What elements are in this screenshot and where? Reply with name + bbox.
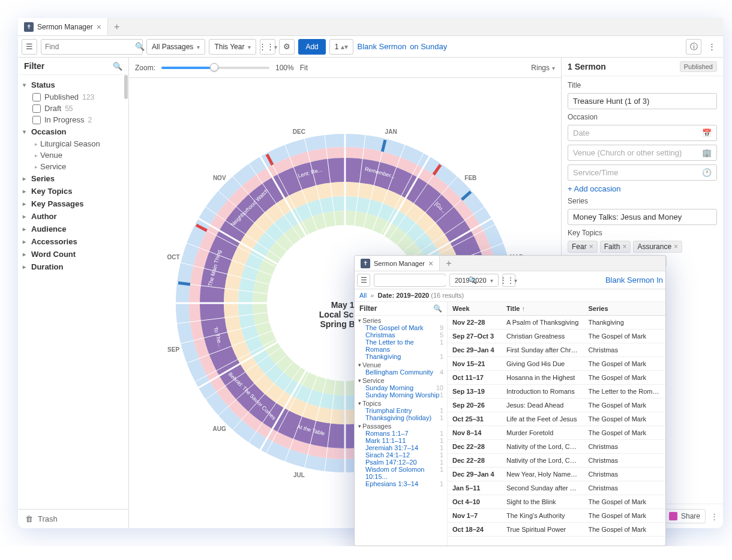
info-button[interactable]: ⓘ bbox=[686, 39, 701, 55]
topic-tag[interactable]: Fear× bbox=[568, 241, 598, 253]
share-button[interactable]: Share bbox=[664, 509, 706, 523]
table-row[interactable]: Nov 15–21Giving God His DueThe Gospel of… bbox=[448, 357, 665, 371]
filter-group[interactable]: ▸Duration bbox=[23, 260, 124, 273]
filter-group[interactable]: ▸Audience bbox=[23, 223, 124, 235]
date-field[interactable]: Date📅 bbox=[568, 125, 717, 141]
scrollbar-thumb[interactable] bbox=[124, 75, 128, 99]
popup-filter-item[interactable]: Mark 11:1–111 bbox=[358, 437, 443, 444]
popup-filter-item[interactable]: Jeremiah 31:7–141 bbox=[358, 444, 443, 451]
service-field[interactable]: Service/Time🕐 bbox=[568, 164, 717, 181]
table-row[interactable]: Oct 11–17Hosanna in the HighestThe Gospe… bbox=[448, 371, 665, 385]
menu-button[interactable]: ☰ bbox=[22, 39, 37, 55]
occasion-header[interactable]: ▾Occasion bbox=[23, 125, 124, 138]
search-icon[interactable]: 🔍 bbox=[113, 62, 122, 71]
remove-tag-icon[interactable]: × bbox=[674, 242, 678, 251]
popup-tab[interactable]: ✝ Sermon Manager × bbox=[355, 256, 440, 271]
search-icon[interactable]: 🔍 bbox=[433, 304, 442, 313]
calendar-icon[interactable]: 📅 bbox=[702, 128, 712, 137]
new-tab-button[interactable]: + bbox=[108, 22, 125, 32]
status-header[interactable]: ▾Status bbox=[23, 79, 124, 91]
find-text[interactable] bbox=[45, 43, 135, 51]
popup-filter-item[interactable]: Triumphal Entry1 bbox=[358, 407, 443, 414]
checkbox[interactable] bbox=[32, 93, 41, 101]
popup-filter-item[interactable]: Wisdom of Solomon 10:15...1 bbox=[358, 466, 443, 480]
popup-filter-group[interactable]: ▾ Topics bbox=[358, 400, 443, 407]
col-title[interactable]: Title ↑ bbox=[502, 302, 583, 316]
remove-tag-icon[interactable]: × bbox=[589, 242, 593, 251]
passages-dropdown[interactable]: All Passages bbox=[146, 39, 205, 55]
col-week[interactable]: Week bbox=[448, 302, 502, 316]
series-field[interactable]: Money Talks: Jesus and Money bbox=[568, 209, 717, 225]
table-row[interactable]: Dec 29–Jan 4First Sunday after Christm..… bbox=[448, 343, 665, 357]
popup-filter-item[interactable]: Sunday Morning10 bbox=[358, 384, 443, 391]
popup-filter-item[interactable]: Bellingham Community4 bbox=[358, 369, 443, 376]
table-row[interactable]: Sep 20–26Jesus: Dead AheadThe Gospel of … bbox=[448, 399, 665, 412]
table-row[interactable]: Nov 8–14Murder ForetoldThe Gospel of Mar… bbox=[448, 426, 665, 440]
blank-sermon-link[interactable]: Blank Sermon bbox=[357, 42, 406, 51]
popup-filter-item[interactable]: Sirach 24:1–121 bbox=[358, 451, 443, 459]
popup-filter-item[interactable]: Ephesians 1:3–141 bbox=[358, 480, 443, 487]
kebab-button[interactable]: ⋮ bbox=[704, 39, 719, 55]
status-item[interactable]: In Progress2 bbox=[32, 114, 124, 125]
add-count[interactable]: 1▴▾ bbox=[329, 39, 354, 55]
popup-find[interactable]: 🔍 bbox=[374, 274, 446, 287]
trash-button[interactable]: 🗑 Trash bbox=[18, 509, 128, 528]
close-icon[interactable]: × bbox=[428, 259, 433, 268]
filter-group[interactable]: ▸Series bbox=[23, 172, 124, 185]
occasion-item[interactable]: ▸Venue bbox=[32, 149, 124, 161]
table-row[interactable]: Dec 22–28Nativity of the Lord, Chris...C… bbox=[448, 440, 665, 454]
crumb-all[interactable]: All bbox=[359, 292, 367, 299]
table-row[interactable]: Nov 1–7The King's AuthorityThe Gospel of… bbox=[448, 509, 665, 523]
popup-filter-group[interactable]: ▾ Passages bbox=[358, 423, 443, 430]
popup-table[interactable]: Week Title ↑ Series Nov 22–28A Psalm of … bbox=[448, 302, 665, 546]
table-row[interactable]: Oct 25–31Life at the Feet of JesusThe Go… bbox=[448, 412, 665, 426]
popup-filter-item[interactable]: Thanksgiving (holiday)1 bbox=[358, 414, 443, 421]
table-row[interactable]: Dec 22–28Nativity of the Lord, Chris...C… bbox=[448, 454, 665, 468]
zoom-fit[interactable]: Fit bbox=[300, 64, 308, 72]
title-field[interactable]: Treasure Hunt (1 of 3) bbox=[568, 93, 717, 109]
popup-filter-group[interactable]: ▾ Venue bbox=[358, 361, 443, 369]
filter-group[interactable]: ▸Accessories bbox=[23, 235, 124, 248]
remove-tag-icon[interactable]: × bbox=[622, 242, 626, 251]
status-item[interactable]: Draft55 bbox=[32, 103, 124, 114]
checkbox[interactable] bbox=[32, 104, 41, 113]
table-row[interactable]: Dec 29–Jan 4New Year, Holy Name of J...C… bbox=[448, 468, 665, 481]
slider-thumb[interactable] bbox=[210, 63, 218, 71]
checkbox[interactable] bbox=[32, 116, 41, 124]
tab-sermon-manager[interactable]: ✝ Sermon Manager × bbox=[18, 18, 108, 35]
status-item[interactable]: Published123 bbox=[32, 91, 124, 103]
popup-menu-button[interactable]: ☰ bbox=[357, 274, 370, 287]
add-button[interactable]: Add bbox=[298, 39, 325, 55]
occasion-item[interactable]: ▸Service bbox=[32, 161, 124, 172]
filter-group[interactable]: ▸Key Topics bbox=[23, 185, 124, 197]
popup-blank-sermon[interactable]: Blank Sermon In bbox=[605, 275, 663, 285]
table-row[interactable]: Jan 5–11Second Sunday after Chri...Chris… bbox=[448, 481, 665, 495]
building-icon[interactable]: 🏢 bbox=[702, 148, 712, 157]
popup-grid-button[interactable]: ⋮⋮ bbox=[502, 274, 515, 287]
rings-dropdown[interactable]: Rings bbox=[531, 64, 555, 72]
venue-field[interactable]: Venue (Church or other setting)🏢 bbox=[568, 145, 717, 161]
occasion-item[interactable]: ▸Liturgical Season bbox=[32, 138, 124, 149]
table-row[interactable]: Oct 4–10Sight to the BlinkThe Gospel of … bbox=[448, 495, 665, 509]
popup-filter-group[interactable]: ▾ Series bbox=[358, 317, 443, 324]
table-row[interactable]: Sep 27–Oct 3Christian GreatnessThe Gospe… bbox=[448, 330, 665, 343]
col-series[interactable]: Series bbox=[583, 302, 665, 316]
popup-filter-item[interactable]: Psalm 147:12–201 bbox=[358, 459, 443, 466]
zoom-slider[interactable] bbox=[161, 67, 269, 69]
popup-filter-group[interactable]: ▾ Service bbox=[358, 377, 443, 384]
table-row[interactable]: Nov 22–28A Psalm of ThanksgivingThankgiv… bbox=[448, 316, 665, 330]
kebab-icon[interactable]: ⋮ bbox=[710, 512, 718, 521]
add-occasion-link[interactable]: + Add occasion bbox=[568, 184, 717, 193]
popup-filter-item[interactable]: Christmas5 bbox=[358, 331, 443, 339]
topic-tag[interactable]: Faith× bbox=[600, 241, 631, 253]
popup-filter-item[interactable]: Sunday Morning Worship1 bbox=[358, 391, 443, 399]
view-grid-button[interactable]: ⋮⋮ bbox=[260, 39, 275, 55]
topic-tag[interactable]: Assurance× bbox=[633, 241, 682, 253]
filter-group[interactable]: ▸Word Count bbox=[23, 248, 124, 260]
gear-button[interactable]: ⚙ bbox=[279, 39, 295, 55]
table-row[interactable]: Sep 13–19Introduction to RomansThe Lette… bbox=[448, 385, 665, 399]
clock-icon[interactable]: 🕐 bbox=[702, 168, 712, 177]
year-dropdown[interactable]: This Year bbox=[209, 39, 256, 55]
find-input[interactable]: 🔍 bbox=[41, 39, 143, 55]
close-tab-icon[interactable]: × bbox=[97, 22, 101, 32]
